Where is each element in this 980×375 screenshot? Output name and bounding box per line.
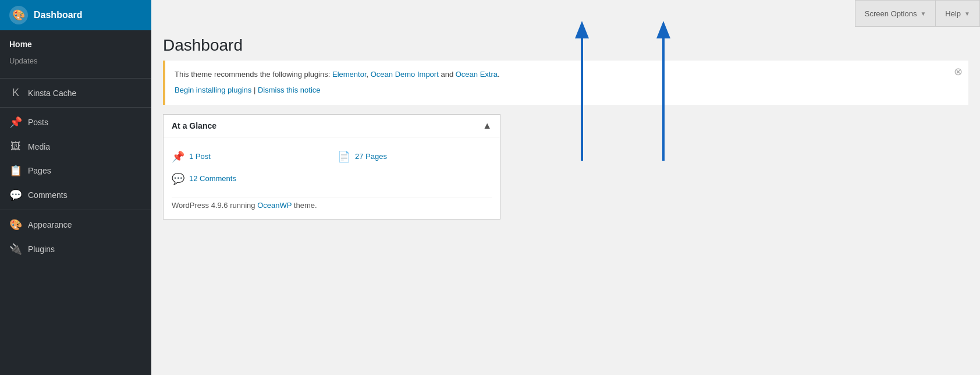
notice-link-elementor[interactable]: Elementor xyxy=(332,70,367,79)
sidebar-item-plugins[interactable]: 🔌 Plugins xyxy=(0,237,151,261)
sidebar-item-appearance[interactable]: 🎨 Appearance xyxy=(0,213,151,237)
theme-link[interactable]: OceanWP xyxy=(257,201,292,210)
begin-installing-link[interactable]: Begin installing plugins xyxy=(175,86,251,94)
sidebar-divider-2 xyxy=(0,107,151,108)
main-content: Dashboard This theme recommends the foll… xyxy=(151,0,980,375)
stat-posts-icon: 📌 xyxy=(172,150,184,163)
stat-comments-link[interactable]: 12 Comments xyxy=(189,174,236,183)
sidebar-item-updates[interactable]: Updates xyxy=(0,54,151,71)
sidebar-home-section: Home Updates xyxy=(0,30,151,76)
comments-icon: 💬 xyxy=(9,189,22,201)
help-button[interactable]: Help ▼ xyxy=(935,0,980,27)
sidebar-item-pages[interactable]: 📋 Pages xyxy=(0,158,151,183)
help-label: Help xyxy=(945,9,961,18)
sidebar-dashboard-item[interactable]: 🎨 Dashboard xyxy=(0,0,151,30)
screen-options-chevron-icon: ▼ xyxy=(920,10,926,17)
media-icon: 🖼 xyxy=(9,140,22,153)
stat-posts-link[interactable]: 1 Post xyxy=(189,152,211,161)
widget-area: At a Glance ▲ 📌 1 Post 📄 27 Pages xyxy=(163,114,968,220)
plugins-icon: 🔌 xyxy=(9,243,22,256)
wp-info: WordPress 4.9.6 running OceanWP theme. xyxy=(172,197,492,210)
sidebar-item-home[interactable]: Home xyxy=(0,35,151,54)
sidebar-item-comments[interactable]: 💬 Comments xyxy=(0,183,151,207)
screen-options-label: Screen Options xyxy=(865,9,917,18)
help-chevron-icon: ▼ xyxy=(964,10,970,17)
sidebar-item-media[interactable]: 🖼 Media xyxy=(0,135,151,158)
widget-title: At a Glance xyxy=(172,121,216,130)
notice-close-button[interactable]: ⊗ xyxy=(954,66,963,77)
notice-link-ocean-extra[interactable]: Ocean Extra xyxy=(456,70,498,79)
stat-comments: 💬 12 Comments xyxy=(172,169,326,189)
dashboard-icon: 🎨 xyxy=(9,6,28,24)
dismiss-notice-link[interactable]: Dismiss this notice xyxy=(258,86,321,94)
kinsta-icon: K xyxy=(9,87,22,99)
stat-pages-icon: 📄 xyxy=(338,150,350,163)
widget-toggle-button[interactable]: ▲ xyxy=(482,121,492,131)
stat-posts: 📌 1 Post xyxy=(172,147,326,167)
page-title: Dashboard xyxy=(163,36,968,55)
sidebar-item-kinsta-cache[interactable]: K Kinsta Cache xyxy=(0,81,151,105)
stat-pages-link[interactable]: 27 Pages xyxy=(355,152,387,161)
sidebar-item-posts[interactable]: 📌 Posts xyxy=(0,110,151,135)
stat-comments-icon: 💬 xyxy=(172,172,184,185)
posts-icon: 📌 xyxy=(9,116,22,129)
notice-link-ocean-demo[interactable]: Ocean Demo Import xyxy=(371,70,439,79)
notice-actions: Begin installing plugins | Dismiss this … xyxy=(175,84,945,97)
widget-header: At a Glance ▲ xyxy=(164,115,500,137)
sidebar-divider-3 xyxy=(0,210,151,210)
stat-pages: 📄 27 Pages xyxy=(338,147,492,167)
appearance-icon: 🎨 xyxy=(9,218,22,231)
pages-icon: 📋 xyxy=(9,164,22,177)
stats-grid: 📌 1 Post 📄 27 Pages 💬 12 Comments xyxy=(172,147,492,189)
page-header: Dashboard xyxy=(151,27,980,61)
sidebar-dashboard-label: Dashboard xyxy=(34,10,83,20)
screen-options-button[interactable]: Screen Options ▼ xyxy=(855,0,936,27)
widget-body: 📌 1 Post 📄 27 Pages 💬 12 Comments xyxy=(164,137,500,219)
at-a-glance-widget: At a Glance ▲ 📌 1 Post 📄 27 Pages xyxy=(163,114,500,220)
theme-notice: This theme recommends the following plug… xyxy=(163,61,968,105)
notice-text: This theme recommends the following plug… xyxy=(175,69,945,81)
sidebar: 🎨 Dashboard Home Updates K Kinsta Cache … xyxy=(0,0,151,375)
sidebar-divider-1 xyxy=(0,78,151,79)
